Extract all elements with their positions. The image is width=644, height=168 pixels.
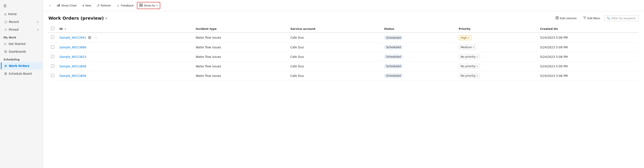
- column-header-incident-type: Incident type: [193, 25, 288, 32]
- refresh-icon: ↺: [97, 4, 100, 8]
- svg-rect-1: [58, 4, 59, 6]
- select-all-checkbox[interactable]: [51, 27, 54, 30]
- status-badge-2: Scheduled: [384, 54, 403, 59]
- svg-rect-3: [140, 4, 141, 5]
- row-status-cell-4: Scheduled: [382, 71, 456, 80]
- sidebar-item-pinned-label: Pinned: [9, 28, 19, 31]
- row-priority-cell-4: No priority∨: [456, 71, 538, 80]
- row-service-account-3: Cafe Duo: [288, 62, 382, 71]
- svg-rect-4: [141, 4, 142, 5]
- feedback-button[interactable]: ☺ Feedback: [114, 2, 136, 9]
- sidebar-item-get-started-label: Get Started: [9, 42, 26, 46]
- row-status-cell-2: Scheduled: [382, 52, 456, 62]
- row-id-link-0[interactable]: Sample_WO13941: [60, 36, 86, 39]
- row-id-link-1[interactable]: Sample_WO13866: [60, 46, 86, 49]
- sidebar-item-pinned[interactable]: ⊹ Pinned ∨: [1, 26, 42, 33]
- back-button[interactable]: ←: [47, 2, 54, 9]
- refresh-button[interactable]: ↺ Refresh: [94, 2, 113, 9]
- column-header-created-on: Created On: [538, 25, 639, 32]
- priority-badge-4[interactable]: No priority∨: [459, 73, 480, 78]
- status-badge-3: Scheduled: [384, 64, 403, 68]
- new-label: New: [85, 4, 91, 7]
- page-header-actions: Edit columns Edit filters 🔍 Filter by ke…: [553, 15, 639, 22]
- row-incident-type-3: Water flow issues: [193, 62, 288, 71]
- row-service-account-0: Cafe Duo: [288, 32, 382, 42]
- row-id-link-3[interactable]: Sample_WO13808: [60, 64, 86, 68]
- sidebar-item-work-orders[interactable]: ≡ Work Orders: [1, 62, 42, 70]
- page-header: Work Orders (preview) ∨ Edit columns: [48, 15, 639, 22]
- show-chart-icon: [57, 4, 60, 8]
- sidebar-item-get-started[interactable]: ▷ Get Started: [1, 40, 42, 48]
- column-status-label: Status: [384, 27, 394, 30]
- show-chart-button[interactable]: Show Chart: [54, 2, 79, 9]
- row-checkbox-cell-2: [48, 52, 57, 62]
- work-orders-icon: ≡: [4, 64, 7, 68]
- row-created-on-2: 5/24/2023 5:08 PM: [538, 52, 639, 62]
- column-header-id: ID ↓: [57, 25, 193, 32]
- sidebar-item-schedule-board-label: Schedule Board: [9, 72, 32, 75]
- column-id-label: ID: [60, 27, 63, 30]
- table-row: Sample_WO13823Water flow issuesCafe DuoS…: [48, 52, 639, 62]
- row-id-link-2[interactable]: Sample_WO13823: [60, 55, 86, 58]
- dashboards-icon: ⊟: [4, 50, 7, 54]
- row-id-cell-1: Sample_WO13866: [57, 42, 193, 52]
- sidebar-item-home[interactable]: ⌂ Home: [1, 10, 42, 18]
- row-status-cell-1: Scheduled: [382, 42, 456, 52]
- table-row: Sample_WO13866Water flow issuesCafe DuoS…: [48, 42, 639, 52]
- sort-icon: ↓: [64, 28, 66, 30]
- priority-label-2: No priority: [461, 55, 476, 58]
- sidebar-item-recent-label: Recent: [9, 20, 19, 24]
- page-title-chevron-icon[interactable]: ∨: [105, 16, 107, 20]
- row-created-on-1: 5/24/2023 5:09 PM: [538, 42, 639, 52]
- row-incident-type-4: Water flow issues: [193, 71, 288, 80]
- show-as-chevron-icon: ∨: [156, 4, 158, 7]
- row-service-account-4: Cafe Duo: [288, 71, 382, 80]
- schedule-board-icon: ⊞: [4, 72, 7, 76]
- edit-columns-button[interactable]: Edit columns: [553, 15, 579, 22]
- row-id-link-4[interactable]: Sample_WO13806: [60, 74, 86, 78]
- column-incident-type-label: Incident type: [196, 27, 216, 30]
- priority-badge-1[interactable]: Medium∨: [459, 45, 476, 50]
- status-badge-4: Scheduled: [384, 74, 403, 78]
- priority-label-3: No priority: [461, 64, 476, 68]
- new-button[interactable]: + New: [80, 2, 94, 9]
- table-row: Sample_WO13808Water flow issuesCafe DuoS…: [48, 62, 639, 71]
- select-all-header[interactable]: [48, 25, 57, 32]
- row-expand-icon-0[interactable]: [87, 35, 92, 40]
- row-checkbox-2[interactable]: [51, 55, 54, 58]
- row-status-cell-0: Scheduled: [382, 32, 456, 42]
- priority-badge-2[interactable]: No priority∨: [459, 54, 480, 59]
- show-as-button[interactable]: Show As ∨: [137, 2, 160, 9]
- priority-chevron-icon-3: ∨: [476, 65, 478, 67]
- row-checkbox-3[interactable]: [51, 64, 54, 68]
- svg-rect-8: [557, 16, 558, 19]
- row-checkbox-1[interactable]: [51, 45, 54, 48]
- sidebar: ☰ ⌂ Home ○ Recent ∨ ⊹ Pinned ∨ My Work ▷…: [0, 0, 43, 168]
- table-row: Sample_WO13941···Water flow issuesCafe D…: [48, 32, 639, 42]
- sidebar-item-recent[interactable]: ○ Recent ∨: [1, 18, 42, 26]
- row-more-icon-0[interactable]: ···: [93, 35, 98, 40]
- filter-by-keyword-input[interactable]: 🔍 Filter by keyword: [604, 15, 639, 21]
- feedback-icon: ☺: [116, 4, 120, 7]
- table-header-row: ID ↓ Incident type Service account Statu…: [48, 25, 639, 32]
- my-work-section-label: My Work: [0, 34, 43, 40]
- svg-rect-6: [141, 6, 142, 7]
- work-orders-table: ID ↓ Incident type Service account Statu…: [48, 25, 639, 80]
- hamburger-icon[interactable]: ☰: [0, 2, 43, 10]
- edit-filters-button[interactable]: Edit filters: [581, 15, 602, 22]
- filter-placeholder-text: Filter by keyword: [612, 17, 635, 20]
- priority-badge-0[interactable]: High∨: [459, 35, 472, 40]
- priority-badge-3[interactable]: No priority∨: [459, 64, 480, 69]
- content-area: Work Orders (preview) ∨ Edit columns: [43, 11, 644, 168]
- row-checkbox-4[interactable]: [51, 74, 54, 77]
- sidebar-item-dashboards[interactable]: ⊟ Dashboards: [1, 48, 42, 55]
- svg-rect-10: [88, 36, 90, 37]
- row-checkbox-cell-1: [48, 42, 57, 52]
- row-checkbox-0[interactable]: [51, 36, 54, 39]
- priority-label-4: No priority: [461, 74, 476, 77]
- row-id-cell-4: Sample_WO13806: [57, 71, 193, 80]
- priority-chevron-icon-1: ∨: [473, 46, 474, 48]
- show-as-icon: [139, 4, 143, 8]
- sidebar-item-schedule-board[interactable]: ⊞ Schedule Board: [1, 70, 42, 77]
- edit-columns-icon: [556, 16, 559, 20]
